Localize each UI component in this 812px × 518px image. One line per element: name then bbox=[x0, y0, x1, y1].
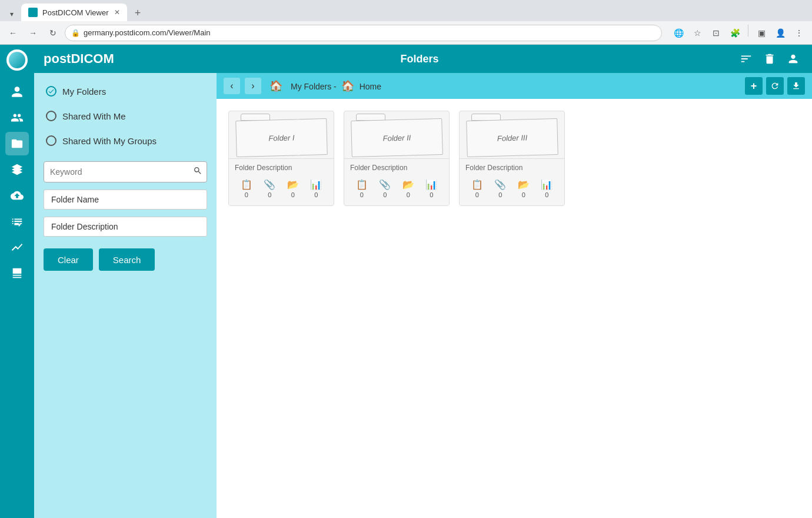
folder-stats-2: 📋 0 📎 0 📂 bbox=[350, 177, 443, 201]
account-icon[interactable] bbox=[784, 49, 803, 68]
search-button[interactable]: Search bbox=[99, 248, 155, 271]
shared-with-me-radio bbox=[46, 111, 56, 121]
sidebar-item-list-search[interactable] bbox=[5, 210, 29, 233]
folder-description-1: Folder Description bbox=[235, 164, 328, 172]
sidebar-item-users[interactable] bbox=[5, 106, 29, 130]
nav-item-shared-with-me[interactable]: Shared With Me bbox=[44, 107, 207, 125]
folder-card-1-body: Folder Description 📋 0 📎 0 bbox=[229, 158, 334, 205]
stat-icon-3-0: 📋 bbox=[471, 179, 483, 190]
stat-icon-3-2: 📂 bbox=[518, 179, 530, 190]
logo-area bbox=[6, 49, 28, 71]
profile-icon[interactable]: 👤 bbox=[772, 25, 788, 41]
stat-count-2-1: 0 bbox=[383, 191, 387, 198]
forward-button[interactable]: → bbox=[25, 25, 41, 41]
sort-icon[interactable] bbox=[737, 49, 756, 68]
shared-with-me-label: Shared With Me bbox=[62, 111, 126, 121]
folder-tab-wrapper-1: Folder I bbox=[236, 114, 327, 156]
trash-icon[interactable] bbox=[760, 49, 779, 68]
sidebar-item-person[interactable] bbox=[5, 80, 29, 104]
filter-folder-name[interactable]: Folder Name bbox=[44, 190, 207, 210]
extensions-icon[interactable]: 🧩 bbox=[727, 25, 743, 41]
nav-item-shared-with-groups[interactable]: Shared With My Groups bbox=[44, 132, 207, 150]
icon-sidebar bbox=[0, 45, 34, 518]
folder-stat-3-2: 📂 0 bbox=[518, 179, 530, 198]
new-tab-button[interactable]: + bbox=[129, 5, 146, 21]
stat-icon-1-0: 📋 bbox=[241, 179, 252, 190]
translate-icon[interactable]: 🌐 bbox=[670, 25, 687, 41]
nav-item-my-folders[interactable]: My Folders bbox=[44, 82, 207, 100]
search-icon[interactable] bbox=[193, 166, 202, 178]
browser-content: postDICOM Folders bbox=[0, 45, 812, 518]
logo-circle bbox=[6, 49, 28, 71]
folder-card-3-body: Folder Description 📋 0 📎 0 bbox=[460, 158, 564, 205]
stat-count-1-0: 0 bbox=[245, 191, 248, 198]
stat-count-3-3: 0 bbox=[545, 191, 548, 198]
folder-stats-3: 📋 0 📎 0 📂 bbox=[465, 177, 558, 201]
breadcrumb-my-folders: My Folders - bbox=[291, 82, 337, 91]
stat-count-3-1: 0 bbox=[498, 191, 502, 198]
folder-card-2[interactable]: Folder II Folder Description 📋 bbox=[344, 111, 450, 206]
download-button[interactable] bbox=[787, 77, 805, 95]
sidebar-item-analytics[interactable] bbox=[5, 235, 29, 259]
browser-toolbar-icons: 🌐 ☆ ⊡ 🧩 ▣ 👤 ⋮ bbox=[670, 25, 807, 41]
sidebar-item-folder[interactable] bbox=[5, 132, 29, 155]
breadcrumb-back-button[interactable]: ‹ bbox=[224, 78, 240, 94]
menu-icon[interactable]: ⋮ bbox=[791, 25, 807, 41]
folder-stat-2-0: 📋 0 bbox=[356, 179, 368, 198]
folder-body-2: Folder II bbox=[351, 118, 443, 157]
folder-tab-wrapper-3: Folder III bbox=[467, 114, 558, 156]
folder-tab-wrapper-2: Folder II bbox=[351, 114, 442, 156]
folder-stat-3-1: 📎 0 bbox=[494, 179, 506, 198]
stat-icon-2-0: 📋 bbox=[356, 179, 368, 190]
tab-list-button[interactable]: ▾ bbox=[5, 7, 19, 21]
stat-icon-3-3: 📊 bbox=[541, 179, 553, 190]
tab-favicon bbox=[28, 8, 38, 17]
sidebar-toggle-icon[interactable]: ▣ bbox=[753, 25, 770, 41]
my-folders-check bbox=[46, 86, 56, 97]
my-folders-label: My Folders bbox=[62, 87, 106, 97]
breadcrumb-home-icon-2: 🏠 bbox=[341, 80, 354, 92]
folder-description-3: Folder Description bbox=[465, 164, 558, 172]
stat-count-2-3: 0 bbox=[430, 191, 433, 198]
folder-card-3[interactable]: Folder III Folder Description 📋 bbox=[459, 111, 565, 206]
sidebar-item-layers[interactable] bbox=[5, 158, 29, 181]
folder-name-3: Folder III bbox=[497, 133, 527, 142]
stat-icon-1-1: 📎 bbox=[264, 179, 275, 190]
breadcrumb-home-icon: 🏠 bbox=[269, 79, 282, 92]
add-folder-button[interactable]: + bbox=[745, 77, 763, 95]
url-text: germany.postdicom.com/Viewer/Main bbox=[84, 28, 211, 37]
folder-body-1: Folder I bbox=[235, 118, 328, 157]
folder-stat-2-1: 📎 0 bbox=[379, 179, 391, 198]
folder-stat-1-2: 📂 0 bbox=[287, 179, 299, 198]
folder-stat-3-3: 📊 0 bbox=[541, 179, 553, 198]
stat-count-3-0: 0 bbox=[475, 191, 479, 198]
active-tab[interactable]: PostDICOM Viewer ✕ bbox=[21, 4, 127, 21]
button-row: Clear Search bbox=[44, 248, 207, 271]
folder-description-2: Folder Description bbox=[350, 164, 443, 172]
app-header: postDICOM Folders bbox=[34, 45, 812, 73]
search-input[interactable] bbox=[44, 161, 207, 182]
app-container: postDICOM Folders bbox=[0, 45, 812, 518]
clear-button[interactable]: Clear bbox=[44, 248, 93, 271]
tab-close-button[interactable]: ✕ bbox=[114, 8, 120, 16]
header-left-spacer: postDICOM bbox=[44, 51, 102, 67]
breadcrumb-actions: + bbox=[745, 77, 805, 95]
bookmark-icon[interactable]: ☆ bbox=[689, 25, 705, 41]
folder-stat-2-3: 📊 0 bbox=[425, 179, 437, 198]
content-layout: My Folders Shared With Me Shared With My… bbox=[34, 73, 812, 518]
refresh-button[interactable] bbox=[766, 77, 784, 95]
reload-button[interactable]: ↻ bbox=[45, 25, 61, 41]
breadcrumb-forward-button[interactable]: › bbox=[245, 78, 261, 94]
folder-card-1[interactable]: Folder I Folder Description 📋 bbox=[228, 111, 334, 206]
back-button[interactable]: ← bbox=[5, 25, 21, 41]
folder-body-3: Folder III bbox=[466, 118, 558, 157]
stat-count-3-2: 0 bbox=[522, 191, 525, 198]
url-bar[interactable]: 🔒 germany.postdicom.com/Viewer/Main bbox=[65, 25, 662, 41]
sidebar-item-monitor[interactable] bbox=[5, 261, 29, 285]
stat-icon-2-3: 📊 bbox=[425, 179, 437, 190]
filter-folder-description[interactable]: Folder Description bbox=[44, 217, 207, 237]
folder-card-2-header: Folder II bbox=[344, 111, 449, 158]
desktop-icon[interactable]: ⊡ bbox=[708, 25, 724, 41]
lock-icon: 🔒 bbox=[71, 29, 80, 37]
sidebar-item-upload[interactable] bbox=[5, 184, 29, 207]
